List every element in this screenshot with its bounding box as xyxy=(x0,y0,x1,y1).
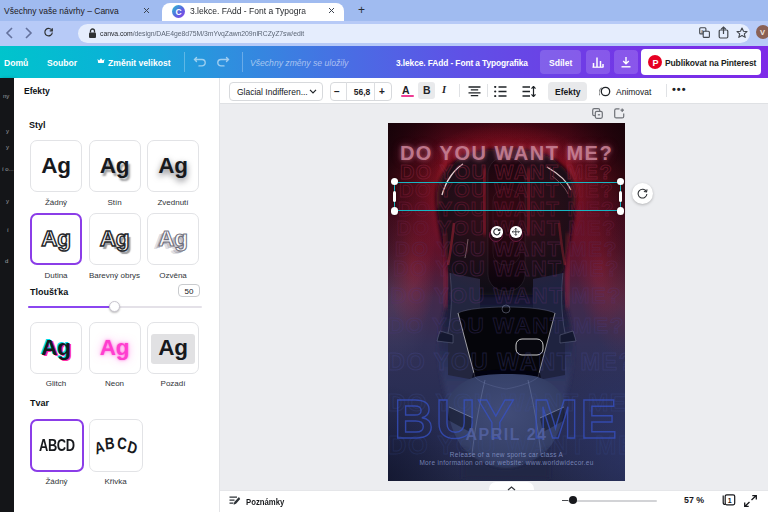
svg-text:a: a xyxy=(701,28,704,34)
svg-text:1: 1 xyxy=(728,496,732,503)
